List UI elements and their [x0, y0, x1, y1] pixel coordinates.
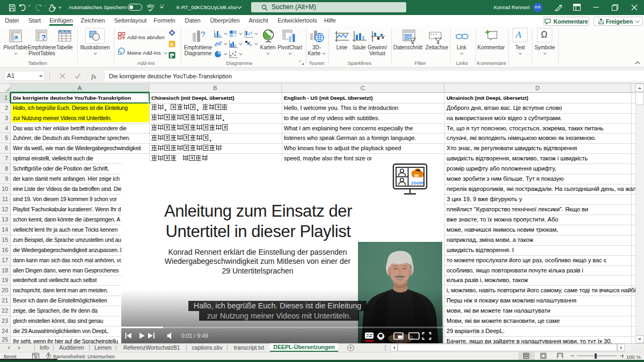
svg-text:m: m [414, 172, 419, 178]
svg-text:0:01 / 9:49: 0:01 / 9:49 [181, 333, 208, 339]
svg-text:?: ? [41, 33, 46, 42]
svg-text:abc: abc [147, 3, 155, 9]
svg-text:fx: fx [91, 72, 97, 80]
svg-text:?: ? [201, 29, 205, 39]
svg-text:zoom: zoom [411, 180, 424, 186]
